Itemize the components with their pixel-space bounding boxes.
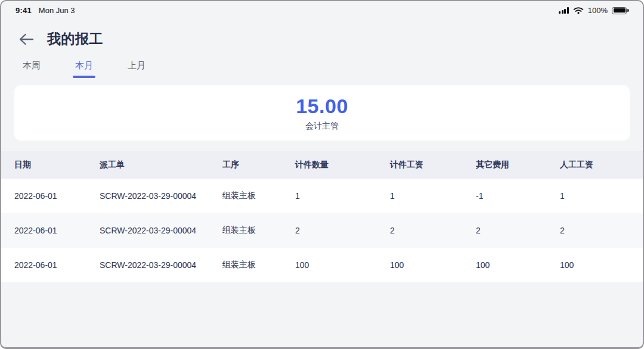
table-cell: SCRW-2022-03-29-00004 xyxy=(100,191,222,201)
column-header: 计件工资 xyxy=(390,160,476,170)
table-cell: 2 xyxy=(390,226,476,235)
arrow-left-icon xyxy=(18,33,34,46)
table-cell: 100 xyxy=(560,260,643,270)
column-header: 工序 xyxy=(222,160,295,170)
table-cell: 组装主板 xyxy=(222,191,295,201)
page-header: 我的报工 xyxy=(1,20,643,48)
status-time: 9:41 xyxy=(16,6,32,15)
tab-bar: 本周本月上月 xyxy=(1,60,643,78)
table-row[interactable]: 2022-06-01SCRW-2022-03-29-00004组装主板2222 xyxy=(1,213,643,248)
table-cell: 1 xyxy=(295,191,390,201)
status-right: 100% xyxy=(559,6,628,15)
wifi-icon xyxy=(573,7,584,14)
app-window: 9:41 Mon Jun 3 100% 我的报工 xyxy=(0,0,644,349)
status-bar: 9:41 Mon Jun 3 100% xyxy=(1,1,643,20)
report-table: 日期派工单工序计件数量计件工资其它费用人工工资 2022-06-01SCRW-2… xyxy=(1,151,643,282)
column-header: 人工工资 xyxy=(560,160,643,170)
table-cell: 2 xyxy=(476,226,560,235)
column-header: 计件数量 xyxy=(295,160,390,170)
column-header: 派工单 xyxy=(100,160,222,170)
table-cell: SCRW-2022-03-29-00004 xyxy=(100,260,222,270)
table-cell: 2 xyxy=(295,226,390,235)
status-left: 9:41 Mon Jun 3 xyxy=(16,6,75,15)
column-header: 其它费用 xyxy=(476,160,560,170)
summary-card: 15.00 会计主管 xyxy=(14,85,630,141)
battery-icon xyxy=(612,7,627,14)
table-cell: 2022-06-01 xyxy=(14,191,100,201)
page-title: 我的报工 xyxy=(47,30,103,48)
tab-this-week[interactable]: 本周 xyxy=(23,60,41,78)
table-cell: 组装主板 xyxy=(222,225,295,236)
status-date: Mon Jun 3 xyxy=(39,6,75,15)
battery-percent: 100% xyxy=(588,6,608,15)
tab-this-month[interactable]: 本月 xyxy=(75,60,93,78)
table-cell: 2022-06-01 xyxy=(14,226,100,235)
table-body: 2022-06-01SCRW-2022-03-29-00004组装主板11-11… xyxy=(1,179,643,282)
back-button[interactable] xyxy=(18,33,34,46)
table-cell: 1 xyxy=(560,191,643,201)
column-header: 日期 xyxy=(14,160,100,170)
table-cell: 1 xyxy=(390,191,476,201)
table-cell: 2 xyxy=(560,226,643,235)
table-cell: 100 xyxy=(390,260,476,270)
summary-value: 15.00 xyxy=(296,95,348,118)
table-row[interactable]: 2022-06-01SCRW-2022-03-29-00004组装主板11-11 xyxy=(1,179,643,213)
table-cell: 2022-06-01 xyxy=(14,260,100,270)
table-header-row: 日期派工单工序计件数量计件工资其它费用人工工资 xyxy=(1,151,643,179)
cellular-signal-icon xyxy=(559,7,569,14)
table-cell: 组装主板 xyxy=(222,260,295,270)
summary-label: 会计主管 xyxy=(305,121,339,132)
table-cell: 100 xyxy=(295,260,390,270)
table-cell: SCRW-2022-03-29-00004 xyxy=(100,226,222,235)
table-cell: 100 xyxy=(476,260,560,270)
table-row[interactable]: 2022-06-01SCRW-2022-03-29-00004组装主板10010… xyxy=(1,248,643,282)
table-cell: -1 xyxy=(476,191,560,201)
tab-last-month[interactable]: 上月 xyxy=(128,60,145,78)
